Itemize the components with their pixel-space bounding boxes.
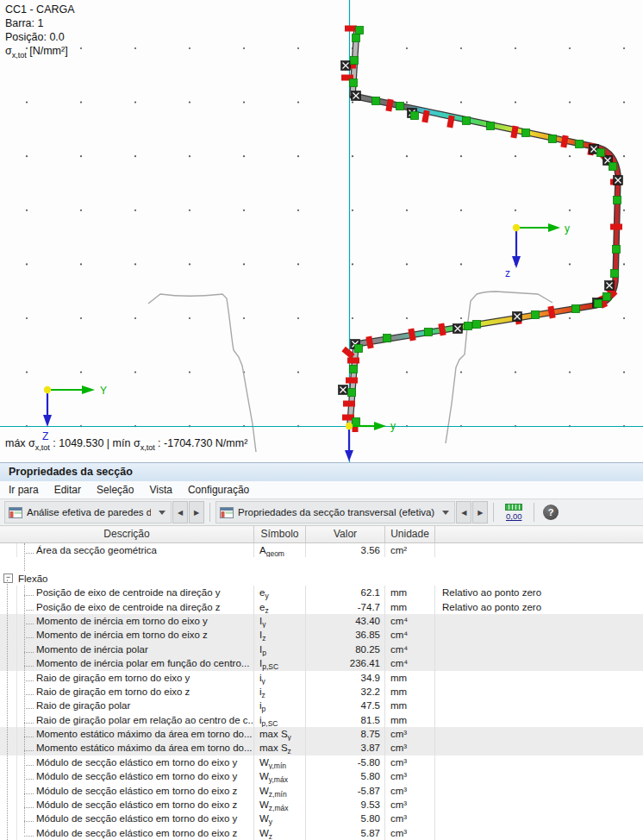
row-gutter	[0, 643, 17, 656]
mesh-node-marker	[614, 197, 621, 204]
table-row[interactable]: Módulo de secção elástico em torno do ei…	[0, 812, 643, 825]
table-row[interactable]: Posição de eixo de centroide na direção …	[0, 586, 643, 599]
table-row[interactable]: Raio de giração polar em relação ao cent…	[0, 713, 643, 727]
property-value: -5.87	[306, 784, 385, 798]
property-description: Módulo de secção elástico em torno do ei…	[17, 784, 254, 798]
property-value: -74.7	[306, 600, 385, 614]
property-symbol: Ip,SC	[254, 656, 306, 670]
mesh-node-marker	[532, 311, 540, 319]
table-row[interactable]: Módulo de secção elástico em torno do ei…	[0, 755, 643, 769]
table-row[interactable]: Módulo de secção elástico em torno do ei…	[0, 798, 643, 812]
next-table-button[interactable]: ▶	[189, 501, 204, 523]
property-comment	[435, 812, 643, 825]
property-value: 36.85	[306, 628, 385, 642]
table-row[interactable]: Módulo de secção elástico em torno do ei…	[0, 826, 643, 840]
row-gutter	[0, 741, 17, 755]
section-stress-canvas[interactable]: Y Z y z y	[0, 0, 643, 462]
property-description: Raio de giração em torno do eixo z	[17, 685, 254, 699]
property-symbol: Wz,mín	[254, 784, 306, 798]
col-header-comment	[435, 526, 643, 542]
property-symbol: max Sy	[254, 727, 306, 741]
mesh-node-marker	[463, 117, 471, 125]
table-body: Área da secção geométricaAgeom3.56cm²−Fl…	[0, 543, 643, 840]
property-value: -5.80	[306, 755, 385, 769]
property-symbol: ip,SC	[254, 713, 306, 727]
table-group-row[interactable]: −Flexão	[0, 572, 643, 586]
node-marker	[352, 91, 361, 101]
property-description: Módulo de secção elástico em torno do ei…	[17, 812, 254, 825]
analysis-type-dropdown[interactable]: Análise efetiva de paredes de...	[4, 501, 172, 523]
property-description: Área da secção geométrica	[17, 543, 254, 557]
table-row[interactable]: Raio de giração em torno do eixo ziz32.2…	[0, 685, 643, 699]
property-unit: cm⁴	[385, 628, 435, 642]
row-gutter	[0, 713, 17, 727]
table-header: Descrição Símbolo Valor Unidade	[0, 526, 643, 543]
node-marker	[453, 324, 463, 334]
menu-ir-para[interactable]: Ir para	[7, 483, 41, 497]
table-row[interactable]: Momento de inércia em torno do eixo zIz3…	[0, 628, 643, 642]
property-comment	[435, 699, 643, 712]
node-marker	[605, 281, 615, 291]
table-row[interactable]: Módulo de secção elástico em torno do ei…	[0, 784, 643, 798]
property-value: 80.25	[306, 643, 385, 656]
property-description: Raio de giração polar	[17, 699, 254, 712]
next-result-button[interactable]: ▶	[472, 501, 488, 523]
row-gutter	[0, 798, 17, 812]
table-row[interactable]: Raio de giração polarip47.5mm	[0, 699, 643, 712]
property-symbol: Wy	[254, 812, 306, 825]
property-unit: cm³	[385, 727, 435, 741]
menu-configuracao[interactable]: Configuração	[186, 483, 251, 497]
tree-line	[7, 580, 9, 840]
stress-value-marker	[346, 378, 358, 384]
decimal-places-button[interactable]: 0,00	[499, 501, 528, 523]
menu-selecao[interactable]: Seleção	[95, 483, 135, 497]
mesh-node-marker	[613, 246, 621, 254]
property-symbol: Iz	[254, 628, 306, 642]
prev-table-button[interactable]: ◀	[172, 501, 188, 523]
row-gutter	[0, 543, 17, 557]
row-gutter	[0, 685, 17, 699]
mesh-node-marker	[549, 135, 557, 143]
property-unit: mm	[385, 685, 435, 699]
centroid-triad: y z	[505, 223, 570, 279]
table-row[interactable]: Momento de inércia polar em função do ce…	[0, 656, 643, 670]
stress-value-marker	[610, 224, 622, 230]
prev-result-button[interactable]: ◀	[456, 501, 471, 523]
property-comment	[435, 543, 643, 557]
stress-value-marker	[345, 26, 357, 32]
property-description: Momento estático máximo da área em torno…	[17, 741, 254, 755]
table-row[interactable]: Momento de inércia polarIp80.25cm⁴	[0, 643, 643, 656]
menu-editar[interactable]: Editar	[53, 483, 83, 497]
property-unit: cm⁴	[385, 656, 435, 670]
property-description: Momento de inércia em torno do eixo z	[17, 628, 254, 642]
property-value: 3.87	[306, 741, 385, 755]
mesh-node-marker	[372, 97, 380, 105]
node-marker	[341, 61, 351, 71]
table-row[interactable]: Momento estático máximo da área em torno…	[0, 727, 643, 741]
help-icon[interactable]: ?	[543, 505, 559, 520]
mesh-node-marker	[595, 300, 602, 308]
property-unit: cm³	[385, 755, 435, 769]
property-value: 81.5	[306, 713, 385, 727]
grid-dots	[26, 47, 625, 427]
property-unit: cm³	[385, 798, 435, 812]
table-row[interactable]: Momento estático máximo da área em torno…	[0, 741, 643, 755]
stress-value-marker	[343, 401, 355, 407]
mesh-node-marker	[350, 366, 358, 373]
table-row[interactable]: Módulo de secção elástico em torno do ei…	[0, 769, 643, 783]
table-row[interactable]: Posição de eixo de centroide na direção …	[0, 600, 643, 614]
result-table-dropdown[interactable]: Propriedades da secção transversal (efet…	[215, 501, 455, 523]
property-value: 236.41	[306, 656, 385, 670]
panel-title: Propriedades da secção	[0, 462, 643, 481]
property-unit: mm	[385, 713, 435, 727]
menu-vista[interactable]: Vista	[147, 483, 173, 497]
panel-toolbar: Análise efetiva de paredes de... ◀ ▶ Pro…	[0, 498, 643, 526]
table-row[interactable]: Momento de inércia em torno do eixo yIy4…	[0, 614, 643, 628]
table-row[interactable]: Raio de giração em torno do eixo yiy34.9…	[0, 671, 643, 685]
table-row[interactable]: Área da secção geométricaAgeom3.56cm²	[0, 543, 643, 557]
graphics-viewport[interactable]: Y Z y z y CC1 - CARGA Barra: 1 Posição: …	[0, 0, 643, 462]
property-unit: mm	[385, 600, 435, 614]
tree-line	[24, 543, 26, 571]
table-icon	[220, 507, 234, 518]
node-marker	[614, 176, 623, 185]
